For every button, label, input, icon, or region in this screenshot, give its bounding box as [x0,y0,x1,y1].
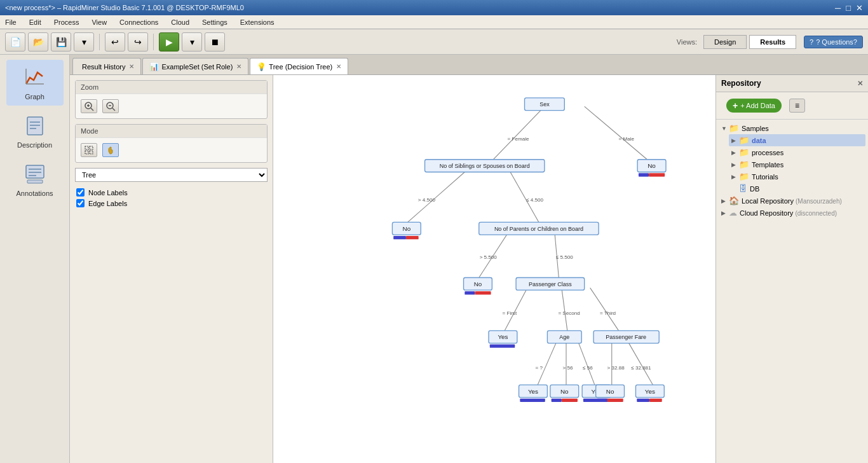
node-yes1[interactable]: Yes [489,331,517,348]
repo-item-db[interactable]: 🗄 DB [729,183,865,195]
node-passenger-class[interactable]: Passenger Class [516,277,585,290]
svg-rect-2 [27,117,43,135]
minimize-btn[interactable]: ─ [835,3,841,13]
svg-text:No: No [606,388,614,395]
node-no1[interactable]: No [392,222,421,239]
menu-edit[interactable]: Edit [27,17,44,27]
edge-label-le4500: ≤ 4.500 [526,197,543,203]
tab-example-set[interactable]: 📊 ExampleSet (Set Role) ✕ [142,58,248,74]
node-passenger-fare[interactable]: Passenger Fare [593,331,659,343]
edge-pclass-fare [590,288,619,331]
node-no-fare[interactable]: No [596,385,625,402]
node-siblings[interactable]: No of Siblings or Spouses on Board [425,160,545,172]
edge-sex-no-male [585,106,648,159]
zoom-in-btn[interactable] [81,99,97,113]
templates-label: Templates [752,161,783,169]
node-age[interactable]: Age [547,331,581,343]
menu-extensions[interactable]: Extensions [238,17,277,27]
edge-pclass-yes1 [505,288,527,331]
mode-content [76,138,267,162]
data-expand-arrow: ▶ [731,137,739,144]
menu-file[interactable]: File [3,17,19,27]
repository-header: Repository ✕ [716,75,868,92]
add-data-plus-icon: + [733,100,738,111]
node-no-male[interactable]: No [637,160,666,177]
tree-canvas[interactable]: = Female = Male > 4.500 ≤ 4.500 > 5.500 [273,75,715,463]
svg-text:Yes: Yes [528,388,538,395]
description-icon [22,113,48,139]
node-labels-checkbox[interactable] [76,188,85,197]
annotations-icon [22,162,48,187]
db-icon: 🗄 [739,184,747,193]
menu-cloud[interactable]: Cloud [168,17,192,27]
close-btn[interactable]: ✕ [856,3,863,13]
repo-item-processes[interactable]: ▶ 📁 processes [729,146,865,158]
svg-rect-55 [562,399,578,402]
undo-btn[interactable]: ↩ [105,32,125,52]
menu-settings[interactable]: Settings [200,17,230,27]
edge-siblings-no1 [408,172,465,223]
tab-decision-tree[interactable]: 💡 Tree (Decision Tree) ✕ [250,58,348,74]
repo-item-samples[interactable]: ▼ 📁 Samples [719,122,865,134]
edge-label-gt56: > 56 [563,365,573,371]
menu-process[interactable]: Process [51,17,82,27]
node-labels-label[interactable]: Node Labels [88,189,128,197]
tab-example-set-close[interactable]: ✕ [236,63,241,70]
node-yes-age1[interactable]: Yes [519,385,548,402]
help-label: ? Questions? [816,38,857,46]
node-no2[interactable]: No [464,277,492,294]
repo-item-data[interactable]: ▶ 📁 data [729,134,865,146]
repo-item-tutorials[interactable]: ▶ 📁 Tutorials [729,170,865,183]
repo-menu-btn[interactable]: ≡ [789,99,805,113]
mode-hand-btn[interactable] [102,143,119,157]
svg-rect-35 [649,173,665,176]
node-sex[interactable]: Sex [525,98,565,111]
save-dropdown-btn[interactable]: ▾ [74,32,94,52]
edge-label-gt5500: > 5.500 [480,254,498,260]
example-set-icon: 📊 [149,62,159,71]
run-dropdown-btn[interactable]: ▾ [182,32,202,52]
edge-label-le56: ≤ 56 [583,365,593,371]
new-btn[interactable]: 📄 [5,32,25,52]
repository-close-icon[interactable]: ✕ [857,79,863,88]
tab-decision-tree-close[interactable]: ✕ [336,63,341,70]
repo-item-templates[interactable]: ▶ 📁 Templates [729,158,865,170]
menu-view[interactable]: View [89,17,109,27]
repo-item-cloud[interactable]: ▶ ☁ Cloud Repository (disconnected) [719,207,865,219]
zoom-out-btn[interactable] [102,99,119,113]
tutorials-folder-icon: 📁 [739,172,749,181]
toolbar: 📄 📂 💾 ▾ ↩ ↪ ▶ ▾ ⏹ Views: Design Results … [0,29,868,55]
description-panel-btn[interactable]: Description [6,108,64,154]
repository-title: Repository [721,79,761,88]
help-btn[interactable]: ? ? Questions? [804,36,863,48]
tree-selector[interactable]: Tree [75,168,268,182]
redo-btn[interactable]: ↪ [128,32,148,52]
tab-result-history-close[interactable]: ✕ [129,63,134,70]
edge-pclass-age [562,288,567,331]
svg-rect-6 [26,165,44,178]
tab-result-history[interactable]: Result History ✕ [72,58,141,74]
svg-rect-44 [490,344,515,347]
graph-panel-btn[interactable]: Graph [6,60,64,106]
titlebar-controls[interactable]: ─ □ ✕ [835,3,863,13]
node-yes-fare[interactable]: Yes [635,385,664,402]
maximize-btn[interactable]: □ [846,3,851,13]
run-btn[interactable]: ▶ [159,32,179,52]
svg-rect-38 [465,291,475,294]
node-no-age[interactable]: No [550,385,579,402]
graph-label: Graph [9,93,61,100]
stop-btn[interactable]: ⏹ [205,32,225,52]
annotations-panel-btn[interactable]: Annotations [6,156,64,202]
results-view-btn[interactable]: Results [749,35,796,49]
edge-labels-checkbox[interactable] [76,199,85,207]
node-parents[interactable]: No of Parents or Children on Board [479,222,599,235]
save-btn[interactable]: 💾 [51,32,71,52]
design-view-btn[interactable]: Design [703,35,747,49]
mode-select-btn[interactable] [81,143,97,157]
edge-labels-label[interactable]: Edge Labels [88,200,127,207]
open-btn[interactable]: 📂 [28,32,48,52]
menu-connections[interactable]: Connections [117,17,161,27]
repo-item-local[interactable]: ▶ 🏠 Local Repository (Mansourzadeh) [719,195,865,207]
add-data-btn[interactable]: + + Add Data [726,99,782,113]
titlebar-title: <new process*> – RapidMiner Studio Basic… [5,4,244,11]
